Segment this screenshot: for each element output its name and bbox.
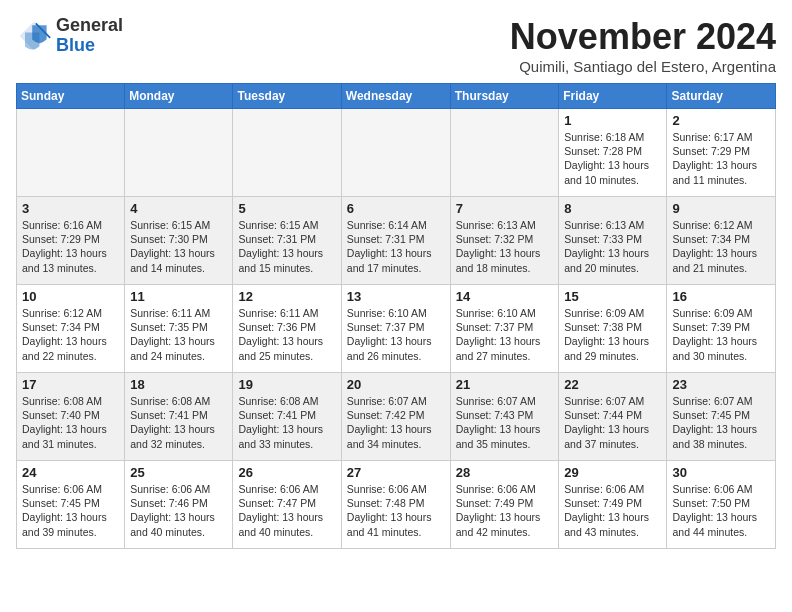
- day-number: 25: [130, 465, 227, 480]
- day-number: 6: [347, 201, 445, 216]
- day-info: Sunrise: 6:09 AM Sunset: 7:38 PM Dayligh…: [564, 306, 661, 363]
- calendar-day-cell: 11Sunrise: 6:11 AM Sunset: 7:35 PM Dayli…: [125, 285, 233, 373]
- day-info: Sunrise: 6:08 AM Sunset: 7:40 PM Dayligh…: [22, 394, 119, 451]
- calendar-day-cell: [17, 109, 125, 197]
- day-number: 12: [238, 289, 335, 304]
- calendar-day-header: Tuesday: [233, 84, 341, 109]
- calendar-day-header: Wednesday: [341, 84, 450, 109]
- day-number: 14: [456, 289, 554, 304]
- calendar-day-cell: 22Sunrise: 6:07 AM Sunset: 7:44 PM Dayli…: [559, 373, 667, 461]
- day-number: 8: [564, 201, 661, 216]
- day-info: Sunrise: 6:06 AM Sunset: 7:50 PM Dayligh…: [672, 482, 770, 539]
- day-number: 29: [564, 465, 661, 480]
- calendar-day-cell: 10Sunrise: 6:12 AM Sunset: 7:34 PM Dayli…: [17, 285, 125, 373]
- month-title: November 2024: [510, 16, 776, 58]
- calendar-day-cell: 21Sunrise: 6:07 AM Sunset: 7:43 PM Dayli…: [450, 373, 559, 461]
- day-number: 13: [347, 289, 445, 304]
- day-number: 28: [456, 465, 554, 480]
- day-info: Sunrise: 6:06 AM Sunset: 7:49 PM Dayligh…: [564, 482, 661, 539]
- calendar-day-cell: 14Sunrise: 6:10 AM Sunset: 7:37 PM Dayli…: [450, 285, 559, 373]
- day-info: Sunrise: 6:07 AM Sunset: 7:43 PM Dayligh…: [456, 394, 554, 451]
- day-info: Sunrise: 6:17 AM Sunset: 7:29 PM Dayligh…: [672, 130, 770, 187]
- calendar-day-cell: 29Sunrise: 6:06 AM Sunset: 7:49 PM Dayli…: [559, 461, 667, 549]
- day-number: 30: [672, 465, 770, 480]
- calendar-week-row: 10Sunrise: 6:12 AM Sunset: 7:34 PM Dayli…: [17, 285, 776, 373]
- calendar-day-cell: 12Sunrise: 6:11 AM Sunset: 7:36 PM Dayli…: [233, 285, 341, 373]
- calendar-table: SundayMondayTuesdayWednesdayThursdayFrid…: [16, 83, 776, 549]
- day-number: 1: [564, 113, 661, 128]
- logo-icon: [16, 18, 52, 54]
- day-info: Sunrise: 6:10 AM Sunset: 7:37 PM Dayligh…: [456, 306, 554, 363]
- day-info: Sunrise: 6:10 AM Sunset: 7:37 PM Dayligh…: [347, 306, 445, 363]
- location-subtitle: Quimili, Santiago del Estero, Argentina: [510, 58, 776, 75]
- calendar-day-cell: 2Sunrise: 6:17 AM Sunset: 7:29 PM Daylig…: [667, 109, 776, 197]
- day-number: 22: [564, 377, 661, 392]
- calendar-day-cell: 26Sunrise: 6:06 AM Sunset: 7:47 PM Dayli…: [233, 461, 341, 549]
- day-info: Sunrise: 6:11 AM Sunset: 7:36 PM Dayligh…: [238, 306, 335, 363]
- day-number: 27: [347, 465, 445, 480]
- day-info: Sunrise: 6:13 AM Sunset: 7:33 PM Dayligh…: [564, 218, 661, 275]
- day-number: 19: [238, 377, 335, 392]
- day-number: 23: [672, 377, 770, 392]
- day-info: Sunrise: 6:07 AM Sunset: 7:45 PM Dayligh…: [672, 394, 770, 451]
- calendar-day-cell: 20Sunrise: 6:07 AM Sunset: 7:42 PM Dayli…: [341, 373, 450, 461]
- calendar-day-cell: 18Sunrise: 6:08 AM Sunset: 7:41 PM Dayli…: [125, 373, 233, 461]
- day-number: 24: [22, 465, 119, 480]
- day-info: Sunrise: 6:06 AM Sunset: 7:49 PM Dayligh…: [456, 482, 554, 539]
- calendar-day-cell: 3Sunrise: 6:16 AM Sunset: 7:29 PM Daylig…: [17, 197, 125, 285]
- day-info: Sunrise: 6:16 AM Sunset: 7:29 PM Dayligh…: [22, 218, 119, 275]
- day-info: Sunrise: 6:12 AM Sunset: 7:34 PM Dayligh…: [672, 218, 770, 275]
- day-number: 20: [347, 377, 445, 392]
- day-number: 26: [238, 465, 335, 480]
- title-block: November 2024 Quimili, Santiago del Este…: [510, 16, 776, 75]
- day-number: 3: [22, 201, 119, 216]
- calendar-day-cell: 16Sunrise: 6:09 AM Sunset: 7:39 PM Dayli…: [667, 285, 776, 373]
- calendar-day-cell: 24Sunrise: 6:06 AM Sunset: 7:45 PM Dayli…: [17, 461, 125, 549]
- calendar-day-cell: 28Sunrise: 6:06 AM Sunset: 7:49 PM Dayli…: [450, 461, 559, 549]
- calendar-day-cell: 6Sunrise: 6:14 AM Sunset: 7:31 PM Daylig…: [341, 197, 450, 285]
- day-info: Sunrise: 6:08 AM Sunset: 7:41 PM Dayligh…: [130, 394, 227, 451]
- day-info: Sunrise: 6:06 AM Sunset: 7:46 PM Dayligh…: [130, 482, 227, 539]
- day-info: Sunrise: 6:09 AM Sunset: 7:39 PM Dayligh…: [672, 306, 770, 363]
- logo: General Blue: [16, 16, 123, 56]
- day-number: 15: [564, 289, 661, 304]
- calendar-week-row: 24Sunrise: 6:06 AM Sunset: 7:45 PM Dayli…: [17, 461, 776, 549]
- day-number: 5: [238, 201, 335, 216]
- calendar-day-cell: 7Sunrise: 6:13 AM Sunset: 7:32 PM Daylig…: [450, 197, 559, 285]
- day-number: 4: [130, 201, 227, 216]
- calendar-day-header: Friday: [559, 84, 667, 109]
- calendar-day-cell: 1Sunrise: 6:18 AM Sunset: 7:28 PM Daylig…: [559, 109, 667, 197]
- day-number: 2: [672, 113, 770, 128]
- day-info: Sunrise: 6:15 AM Sunset: 7:31 PM Dayligh…: [238, 218, 335, 275]
- day-info: Sunrise: 6:08 AM Sunset: 7:41 PM Dayligh…: [238, 394, 335, 451]
- day-info: Sunrise: 6:07 AM Sunset: 7:44 PM Dayligh…: [564, 394, 661, 451]
- calendar-day-cell: 17Sunrise: 6:08 AM Sunset: 7:40 PM Dayli…: [17, 373, 125, 461]
- calendar-day-cell: 15Sunrise: 6:09 AM Sunset: 7:38 PM Dayli…: [559, 285, 667, 373]
- day-info: Sunrise: 6:13 AM Sunset: 7:32 PM Dayligh…: [456, 218, 554, 275]
- calendar-header-row: SundayMondayTuesdayWednesdayThursdayFrid…: [17, 84, 776, 109]
- day-info: Sunrise: 6:06 AM Sunset: 7:47 PM Dayligh…: [238, 482, 335, 539]
- calendar-day-cell: 5Sunrise: 6:15 AM Sunset: 7:31 PM Daylig…: [233, 197, 341, 285]
- day-number: 21: [456, 377, 554, 392]
- calendar-day-header: Monday: [125, 84, 233, 109]
- calendar-day-cell: 27Sunrise: 6:06 AM Sunset: 7:48 PM Dayli…: [341, 461, 450, 549]
- calendar-day-cell: 19Sunrise: 6:08 AM Sunset: 7:41 PM Dayli…: [233, 373, 341, 461]
- calendar-day-header: Sunday: [17, 84, 125, 109]
- calendar-day-cell: 9Sunrise: 6:12 AM Sunset: 7:34 PM Daylig…: [667, 197, 776, 285]
- calendar-week-row: 1Sunrise: 6:18 AM Sunset: 7:28 PM Daylig…: [17, 109, 776, 197]
- calendar-day-header: Thursday: [450, 84, 559, 109]
- calendar-week-row: 17Sunrise: 6:08 AM Sunset: 7:40 PM Dayli…: [17, 373, 776, 461]
- day-number: 9: [672, 201, 770, 216]
- day-number: 11: [130, 289, 227, 304]
- day-info: Sunrise: 6:07 AM Sunset: 7:42 PM Dayligh…: [347, 394, 445, 451]
- calendar-day-cell: 23Sunrise: 6:07 AM Sunset: 7:45 PM Dayli…: [667, 373, 776, 461]
- calendar-week-row: 3Sunrise: 6:16 AM Sunset: 7:29 PM Daylig…: [17, 197, 776, 285]
- day-number: 10: [22, 289, 119, 304]
- day-info: Sunrise: 6:06 AM Sunset: 7:45 PM Dayligh…: [22, 482, 119, 539]
- day-info: Sunrise: 6:15 AM Sunset: 7:30 PM Dayligh…: [130, 218, 227, 275]
- calendar-day-cell: 8Sunrise: 6:13 AM Sunset: 7:33 PM Daylig…: [559, 197, 667, 285]
- calendar-day-cell: [450, 109, 559, 197]
- day-number: 7: [456, 201, 554, 216]
- day-number: 16: [672, 289, 770, 304]
- calendar-day-cell: [233, 109, 341, 197]
